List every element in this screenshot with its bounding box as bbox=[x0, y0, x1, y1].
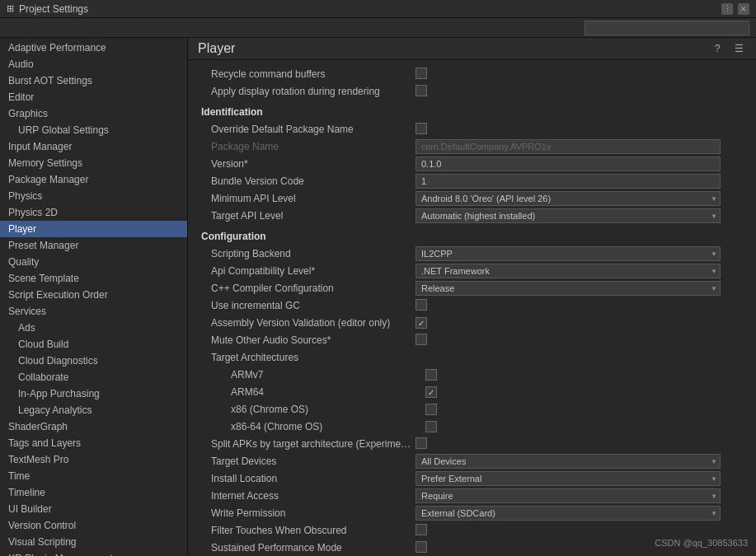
search-input[interactable] bbox=[585, 21, 749, 35]
sidebar-item-legacy-analytics[interactable]: Legacy Analytics bbox=[0, 402, 187, 418]
assembly-validation-value bbox=[416, 317, 743, 329]
row-scripting-backend: Scripting Backend IL2CPP bbox=[201, 245, 743, 262]
row-internet-access: Internet Access Require bbox=[201, 488, 743, 504]
row-split-apks: Split APKs by target architecture (Exper… bbox=[201, 436, 743, 452]
arm64-label: ARM64 bbox=[221, 386, 425, 398]
sidebar-item-physics[interactable]: Physics bbox=[0, 188, 187, 204]
sidebar-item-tags-and-layers[interactable]: Tags and Layers bbox=[0, 435, 187, 451]
sidebar-item-package-manager[interactable]: Package Manager bbox=[0, 171, 187, 188]
sidebar-item-physics-2d[interactable]: Physics 2D bbox=[0, 204, 187, 221]
settings-button[interactable]: ☰ bbox=[731, 41, 746, 56]
sidebar-item-player[interactable]: Player bbox=[0, 221, 187, 237]
sidebar-item-timeline[interactable]: Timeline bbox=[0, 484, 187, 501]
row-target-devices: Target Devices All Devices bbox=[201, 453, 743, 470]
min-api-dropdown-wrapper: Android 8.0 'Oreo' (API level 26) bbox=[416, 191, 721, 206]
row-version: Version* bbox=[201, 156, 743, 172]
apply-display-checkbox[interactable] bbox=[416, 85, 427, 96]
sustained-performance-checkbox[interactable] bbox=[416, 541, 427, 553]
scripting-backend-dropdown-wrapper: IL2CPP bbox=[416, 246, 721, 261]
use-incremental-value bbox=[416, 299, 743, 313]
row-assembly-validation: Assembly Version Validation (editor only… bbox=[201, 315, 743, 331]
right-header-icons: ? ☰ bbox=[710, 41, 746, 56]
override-package-label: Override Default Package Name bbox=[201, 124, 416, 135]
scripting-backend-value: IL2CPP bbox=[416, 246, 743, 261]
sidebar-item-preset-manager[interactable]: Preset Manager bbox=[0, 237, 187, 254]
install-location-dropdown[interactable]: Prefer External bbox=[416, 471, 721, 486]
sidebar-item-textmesh-pro[interactable]: TextMesh Pro bbox=[0, 451, 187, 468]
mute-audio-checkbox[interactable] bbox=[416, 334, 427, 345]
sidebar-item-audio[interactable]: Audio bbox=[0, 56, 187, 72]
sidebar-item-urp-global-settings[interactable]: URP Global Settings bbox=[0, 122, 187, 138]
package-name-field[interactable] bbox=[416, 139, 721, 154]
sidebar-item-editor[interactable]: Editor bbox=[0, 89, 187, 105]
cpp-compiler-dropdown[interactable]: Release bbox=[416, 281, 721, 296]
sidebar-item-ads[interactable]: Ads bbox=[0, 320, 187, 336]
sidebar-item-collaborate[interactable]: Collaborate bbox=[0, 369, 187, 385]
sidebar-item-services[interactable]: Services bbox=[0, 303, 187, 320]
arm64-checkbox[interactable] bbox=[425, 386, 437, 398]
row-mute-audio: Mute Other Audio Sources* bbox=[201, 332, 743, 348]
x86-label: x86 (Chrome OS) bbox=[221, 404, 425, 415]
x86-checkbox[interactable] bbox=[425, 404, 437, 415]
row-use-incremental: Use incremental GC bbox=[201, 297, 743, 314]
write-permission-value: External (SDCard) bbox=[416, 506, 743, 521]
api-compat-value: .NET Framework bbox=[416, 264, 743, 278]
target-api-dropdown[interactable]: Automatic (highest installed) bbox=[416, 208, 721, 223]
right-header: Player ? ☰ bbox=[188, 38, 756, 60]
internet-access-dropdown[interactable]: Require bbox=[416, 488, 721, 503]
split-apks-value bbox=[416, 437, 743, 451]
configuration-section: Configuration bbox=[201, 229, 743, 244]
row-bundle-version: Bundle Version Code bbox=[201, 173, 743, 189]
sidebar-item-cloud-build[interactable]: Cloud Build bbox=[0, 336, 187, 353]
apply-display-value bbox=[416, 85, 743, 99]
recycle-command-checkbox[interactable] bbox=[416, 68, 427, 79]
version-label: Version* bbox=[201, 158, 416, 170]
write-permission-dropdown[interactable]: External (SDCard) bbox=[416, 506, 721, 521]
bundle-version-field[interactable] bbox=[416, 174, 721, 189]
assembly-validation-checkbox[interactable] bbox=[416, 317, 427, 329]
row-apply-display: Apply display rotation during rendering bbox=[201, 83, 743, 100]
split-apks-checkbox[interactable] bbox=[416, 437, 427, 449]
sidebar-item-scene-template[interactable]: Scene Template bbox=[0, 270, 187, 287]
scripting-backend-dropdown[interactable]: IL2CPP bbox=[416, 246, 721, 261]
filter-touches-value bbox=[416, 524, 743, 538]
armv7-checkbox[interactable] bbox=[425, 369, 437, 381]
row-target-arch: Target Architectures bbox=[201, 349, 743, 366]
sidebar-item-adaptive-performance[interactable]: Adaptive Performance bbox=[0, 40, 187, 56]
filter-touches-checkbox[interactable] bbox=[416, 524, 427, 535]
use-incremental-checkbox[interactable] bbox=[416, 299, 427, 311]
sidebar-item-ui-builder[interactable]: UI Builder bbox=[0, 501, 187, 517]
sidebar-item-in-app-purchasing[interactable]: In-App Purchasing bbox=[0, 385, 187, 402]
api-compat-dropdown[interactable]: .NET Framework bbox=[416, 264, 721, 278]
sustained-performance-label: Sustained Performance Mode bbox=[201, 542, 416, 554]
version-field[interactable] bbox=[416, 157, 721, 171]
override-package-checkbox[interactable] bbox=[416, 123, 427, 134]
sidebar-item-version-control[interactable]: Version Control bbox=[0, 517, 187, 534]
sidebar-item-quality[interactable]: Quality bbox=[0, 254, 187, 270]
more-icon[interactable]: ⋮ bbox=[721, 3, 733, 15]
target-devices-dropdown[interactable]: All Devices bbox=[416, 454, 721, 469]
page-title: Player bbox=[198, 41, 235, 56]
x86-64-checkbox[interactable] bbox=[425, 421, 437, 432]
sidebar: Adaptive PerformanceAudioBurst AOT Setti… bbox=[0, 38, 188, 556]
sidebar-item-visual-scripting[interactable]: Visual Scripting bbox=[0, 534, 187, 550]
sidebar-item-memory-settings[interactable]: Memory Settings bbox=[0, 155, 187, 171]
sidebar-item-xr-plugin-management[interactable]: XR Plugin Management bbox=[0, 550, 187, 556]
identification-section: Identification bbox=[201, 105, 743, 119]
sidebar-item-time[interactable]: Time bbox=[0, 468, 187, 484]
use-incremental-label: Use incremental GC bbox=[201, 300, 416, 311]
sidebar-item-burst-aot-settings[interactable]: Burst AOT Settings bbox=[0, 72, 187, 89]
sidebar-item-script-execution-order[interactable]: Script Execution Order bbox=[0, 287, 187, 303]
install-location-label: Install Location bbox=[201, 473, 416, 484]
sidebar-item-shadergraph[interactable]: ShaderGraph bbox=[0, 418, 187, 435]
close-icon[interactable]: ✕ bbox=[738, 3, 749, 15]
row-arm64: ARM64 bbox=[201, 384, 743, 400]
sidebar-item-input-manager[interactable]: Input Manager bbox=[0, 138, 187, 155]
min-api-dropdown[interactable]: Android 8.0 'Oreo' (API level 26) bbox=[416, 191, 721, 206]
row-min-api: Minimum API Level Android 8.0 'Oreo' (AP… bbox=[201, 190, 743, 207]
sidebar-item-cloud-diagnostics[interactable]: Cloud Diagnostics bbox=[0, 353, 187, 369]
help-button[interactable]: ? bbox=[710, 41, 725, 56]
target-api-label: Target API Level bbox=[201, 210, 416, 222]
row-package-name: Package Name bbox=[201, 138, 743, 155]
sidebar-item-graphics[interactable]: Graphics bbox=[0, 105, 187, 122]
